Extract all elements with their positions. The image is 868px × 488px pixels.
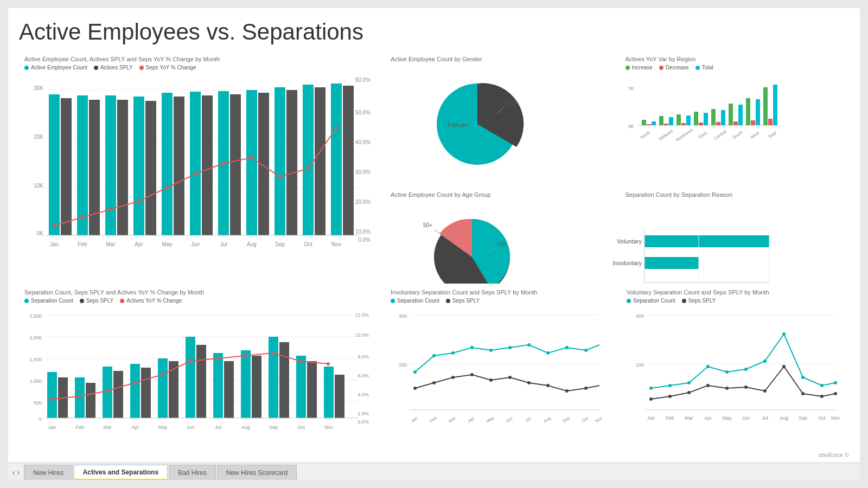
actives-yoy-svg: 2K 0K (626, 74, 788, 166)
svg-text:10.0%: 10.0% (355, 229, 371, 235)
svg-point-229 (763, 359, 767, 363)
svg-rect-83 (729, 104, 733, 125)
svg-text:Aug: Aug (241, 425, 250, 430)
tab-bar: ‹ › New Hires Actives and Separations Ba… (8, 463, 860, 480)
svg-rect-154 (279, 342, 289, 418)
svg-rect-81 (716, 122, 720, 125)
svg-text:North: North (639, 130, 650, 140)
legend-total: Total (695, 65, 713, 70)
svg-text:30K: 30K (34, 85, 43, 91)
sep-count-dot (24, 299, 29, 303)
svg-rect-71 (659, 116, 663, 125)
svg-point-236 (687, 391, 691, 394)
sep-reason-title: Separation Count by Separation Reason (626, 191, 844, 198)
svg-rect-157 (324, 367, 334, 418)
active-count-label: Active Employee Count (31, 65, 87, 70)
svg-text:Mar: Mar (448, 415, 457, 423)
main-bar-title: Active Employee Count, Actives SPLY and … (24, 56, 372, 62)
svg-text:Jan: Jan (647, 415, 655, 421)
svg-text:Northwest: Northwest (675, 127, 694, 142)
involuntary-sep-chart: Involuntary Separation Count and Seps SP… (385, 284, 613, 446)
svg-rect-144 (141, 368, 151, 418)
svg-point-191 (489, 349, 493, 352)
separation-bar-svg: 2,500 2,000 1,500 1,000 500 0 12.0% 10.0… (24, 307, 372, 437)
svg-rect-140 (86, 383, 95, 418)
svg-text:May: May (162, 241, 173, 247)
svg-point-43 (222, 162, 225, 165)
svg-point-167 (271, 351, 275, 355)
svg-text:Aug: Aug (542, 415, 552, 424)
separation-bar-chart: Separation Count, Seps SPLY and Actives … (19, 284, 377, 446)
svg-point-190 (470, 346, 474, 349)
svg-rect-89 (763, 87, 768, 125)
svg-point-160 (78, 395, 81, 398)
svg-rect-158 (335, 375, 344, 418)
svg-text:2,500: 2,500 (29, 313, 42, 319)
nav-arrows[interactable]: ‹ › (8, 465, 24, 480)
svg-rect-148 (196, 345, 206, 418)
svg-rect-72 (664, 124, 668, 125)
svg-point-224 (668, 384, 672, 387)
svg-text:May: May (722, 415, 732, 421)
svg-point-163 (161, 373, 164, 376)
svg-rect-156 (307, 361, 317, 418)
svg-text:Nov: Nov (331, 241, 341, 247)
svg-point-192 (508, 346, 512, 349)
tab-bad-hires[interactable]: Bad Hires (169, 465, 216, 480)
vol-seps-sply-label: Seps SPLY (688, 298, 716, 304)
legend-active-count: Active Employee Count (24, 65, 87, 70)
svg-rect-19 (105, 95, 116, 235)
svg-rect-145 (158, 358, 168, 418)
svg-text:Mar: Mar (106, 241, 116, 247)
svg-point-228 (744, 368, 748, 371)
actives-sply-dot (94, 66, 98, 70)
increase-label: Increase (632, 65, 653, 70)
tab-actives-separations[interactable]: Actives and Separations (74, 465, 168, 480)
svg-rect-20 (117, 100, 128, 235)
svg-text:Sep: Sep (561, 415, 571, 424)
actives-sply-label: Actives SPLY (100, 65, 133, 70)
svg-point-243 (820, 395, 824, 398)
tab-new-hires[interactable]: New Hires (24, 465, 72, 480)
svg-point-203 (527, 381, 531, 384)
tab-new-hires-scorecard[interactable]: New Hires Scorecard (217, 465, 297, 480)
svg-point-240 (763, 389, 767, 393)
nav-prev-icon[interactable]: ‹ (12, 468, 15, 477)
svg-rect-82 (721, 110, 725, 125)
svg-text:400: 400 (399, 313, 407, 319)
svg-rect-147 (186, 337, 195, 418)
voluntary-legend: Separation Count Seps SPLY (627, 298, 844, 304)
svg-text:Oct: Oct (297, 425, 305, 430)
svg-point-202 (508, 376, 512, 379)
svg-point-46 (307, 167, 310, 170)
main-bar-svg: 30K 20K 10K 0K 60.0% 50.0% 40.0% 30.0% 2… (24, 74, 372, 258)
svg-text:Apr: Apr (135, 241, 143, 247)
svg-rect-73 (669, 117, 673, 125)
svg-point-195 (565, 346, 569, 349)
svg-text:Jul: Jul (525, 416, 532, 423)
watermark: obviEnce © (819, 452, 849, 458)
svg-text:0K: 0K (628, 124, 634, 129)
svg-point-226 (706, 365, 710, 368)
svg-text:Jun: Jun (505, 416, 514, 424)
legend-vol-sep-count: Separation Count (627, 298, 675, 304)
nav-next-icon[interactable]: › (17, 468, 20, 477)
inv-sep-count-label: Separation Count (397, 298, 439, 304)
svg-text:Central: Central (713, 129, 727, 141)
svg-point-235 (668, 395, 672, 398)
svg-text:Aug: Aug (780, 415, 788, 421)
svg-text:2,000: 2,000 (29, 335, 42, 341)
involuntary-legend: Separation Count Seps SPLY (391, 298, 608, 304)
svg-rect-91 (773, 85, 777, 125)
involuntary-sep-title: Involuntary Separation Count and Seps SP… (391, 289, 608, 296)
svg-text:Apr: Apr (704, 415, 712, 421)
svg-rect-26 (202, 95, 213, 235)
svg-text:4.0%: 4.0% (358, 392, 369, 397)
svg-text:400: 400 (636, 313, 644, 319)
svg-rect-31 (275, 87, 285, 235)
svg-point-47 (335, 126, 338, 130)
svg-text:Female: Female (448, 121, 468, 128)
svg-point-38 (81, 216, 84, 219)
svg-rect-75 (681, 123, 686, 125)
svg-rect-33 (303, 85, 314, 235)
